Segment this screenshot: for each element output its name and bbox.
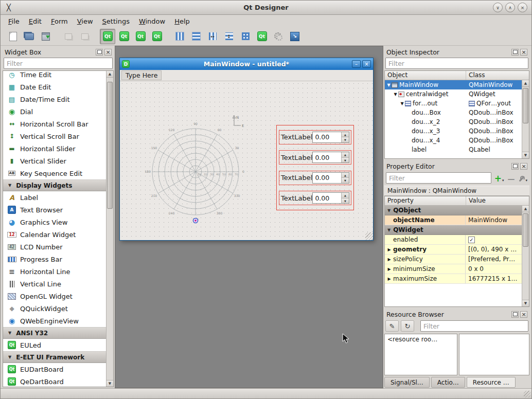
widget-box-item-key-sequence-edit[interactable]: Key Sequence Edit [3,167,106,179]
column-class[interactable]: Class [466,71,529,80]
reload-resources-button[interactable]: ↻ [401,320,414,332]
object-row-dou-box[interactable]: dou…BoxQDoub…inBox [385,108,522,117]
remove-dynamic-property-button[interactable]: — [507,172,515,184]
scroll-up-icon[interactable]: ▲ [522,206,529,212]
double-spinbox[interactable]: 0.00▲▼ [312,192,349,204]
property-row-enabled[interactable]: enabled✓ [385,235,522,245]
menu-item-view[interactable]: View [73,16,98,27]
edit-widgets-button[interactable] [100,29,115,44]
property-expand-icon[interactable]: ▶ [386,277,392,281]
object-row-dou-x-3[interactable]: dou…x_3QDoub…inBox [385,126,522,136]
widget-box-item-opengl-widget[interactable]: OpenGL Widget [3,290,106,302]
property-value-cell[interactable]: MainWindow [466,215,522,225]
widget-box-item-qquickwidget[interactable]: QQuickWidget [3,302,106,315]
open-form-button[interactable] [22,29,37,44]
tree-expand-icon[interactable]: ▼ [399,101,405,106]
menu-type-here[interactable]: Type Here [121,70,162,80]
edit-tab-order-button[interactable] [149,29,165,44]
adjust-size-button[interactable] [287,29,303,44]
menu-item-help[interactable]: Help [170,16,194,27]
add-dynamic-property-button[interactable]: +▾ [494,172,505,184]
close-button[interactable] [362,60,371,68]
widget-box-item-vertical-slider[interactable]: Vertical Slider [3,155,106,167]
property-value-cell[interactable]: ✓ [466,235,522,244]
double-spinbox[interactable]: 0.00▲▼ [312,132,349,143]
object-row-dou-x-2[interactable]: dou…x_2QDoub…inBox [385,117,522,126]
close-dock-icon[interactable] [520,311,527,318]
scroll-up-icon[interactable]: ▲ [107,71,113,78]
form-layout-selection[interactable]: TextLabel0.00▲▼TextLabel0.00▲▼TextLabel0… [276,125,354,210]
widget-box-item-dial[interactable]: Dial [3,105,106,118]
break-layout-button[interactable] [271,29,286,44]
property-row-geometry[interactable]: ▶geometry[(0, 0), 490 x … [385,245,522,255]
column-object[interactable]: Object [385,71,466,80]
edit-resources-button[interactable]: ✎ [385,320,399,332]
shade-button[interactable]: ∨ [493,3,503,12]
scroll-thumb[interactable] [107,82,113,209]
double-spinbox[interactable]: 0.00▲▼ [312,152,349,163]
widget-box-item-horizontal-scroll-bar[interactable]: Horizontal Scroll Bar [3,118,106,130]
layout-form-button[interactable] [254,29,270,44]
resource-tree[interactable]: <resource roo… [384,334,457,375]
tab-resource[interactable]: Resource … [467,377,516,388]
menu-item-edit[interactable]: Edit [24,16,46,27]
layout-vertically-button[interactable] [188,29,204,44]
checkbox-icon[interactable]: ✓ [468,237,475,243]
property-value-cell[interactable]: 0 x 0 [466,264,522,274]
widget-box-item-label[interactable]: Label [3,191,106,204]
new-form-button[interactable] [5,29,21,44]
spinbox-down-icon[interactable]: ▼ [342,137,349,142]
spinbox-up-icon[interactable]: ▲ [342,132,349,138]
menu-item-file[interactable]: File [4,16,24,27]
resize-grip-icon[interactable] [365,232,373,240]
close-button[interactable]: × [518,3,527,12]
object-row-mainwindow[interactable]: ▼MainWindowQMainWindow [385,80,522,89]
widget-box-item-horizontal-line[interactable]: Horizontal Line [3,265,106,278]
widget-box-item-graphics-view[interactable]: Graphics View [3,216,106,228]
tab-signal-sl[interactable]: Signal/Sl… [384,377,430,388]
edit-buddies-button[interactable] [133,29,148,44]
widget-box-item-qedartboard[interactable]: QeDartBoard [3,375,106,387]
resource-browser-filter-input[interactable] [420,320,528,332]
widget-box-item-vertical-scroll-bar[interactable]: Vertical Scroll Bar [3,130,106,142]
widget-box-scrollbar[interactable]: ▲ ▼ [106,71,113,387]
object-row-dou-x-4[interactable]: dou…x_4QDoub…inBox [385,136,522,145]
layout-horizontally-button[interactable] [172,29,187,44]
widget-box-item-text-browser[interactable]: Text Browser [3,204,106,216]
menu-item-window[interactable]: Window [134,16,170,27]
double-spinbox[interactable]: 0.00▲▼ [312,172,349,184]
tab-actio[interactable]: Actio… [431,377,465,388]
window-menu-icon[interactable]: ╳ [5,4,13,12]
maximize-button[interactable]: ∧ [505,3,515,12]
property-group-qwidget[interactable]: ▼QWidget [385,225,522,235]
spinbox-down-icon[interactable]: ▼ [342,158,349,163]
spinbox-up-icon[interactable]: ▲ [342,173,349,178]
float-dock-icon[interactable] [511,163,519,170]
scroll-track[interactable] [522,87,529,152]
widget-box-item-time-edit[interactable]: Time Edit [3,71,106,81]
minimize-button[interactable] [352,60,361,68]
property-value-cell[interactable]: 16777215 x 1… [466,274,522,283]
property-expand-icon[interactable]: ▶ [386,247,392,252]
resource-root-item[interactable]: <resource roo… [387,336,437,343]
property-row-sizepolicy[interactable]: ▶sizePolicy[Preferred, Pr… [385,255,522,264]
property-row-minimumsize[interactable]: ▶minimumSize0 x 0 [385,264,522,274]
widget-box-section-e-elt-ui-framework[interactable]: ▼E-ELT UI Framework [3,351,106,363]
spinbox-up-icon[interactable]: ▲ [342,193,349,198]
text-label[interactable]: TextLabel [281,174,312,182]
spinbox-down-icon[interactable]: ▼ [342,198,349,204]
float-dock-icon[interactable] [511,49,519,56]
layout-splitter-horizontal-button[interactable] [205,29,220,44]
layout-splitter-vertical-button[interactable] [221,29,237,44]
text-label[interactable]: TextLabel [281,194,312,202]
widget-box-filter-input[interactable] [4,58,113,69]
widget-box-item-euled[interactable]: EULed [3,339,106,351]
scroll-up-icon[interactable]: ▲ [522,80,529,87]
edit-signals-slots-button[interactable] [116,29,132,44]
spinbox-down-icon[interactable]: ▼ [342,178,349,183]
object-row-centralwidget[interactable]: ▼centralwidgetQWidget [385,89,522,99]
widget-box-item-progress-bar[interactable]: Progress Bar [3,253,106,265]
text-label[interactable]: TextLabel [281,133,312,141]
property-group-qobject[interactable]: ▼QObject [385,206,522,215]
object-row-label[interactable]: labelQLabel [385,145,522,154]
